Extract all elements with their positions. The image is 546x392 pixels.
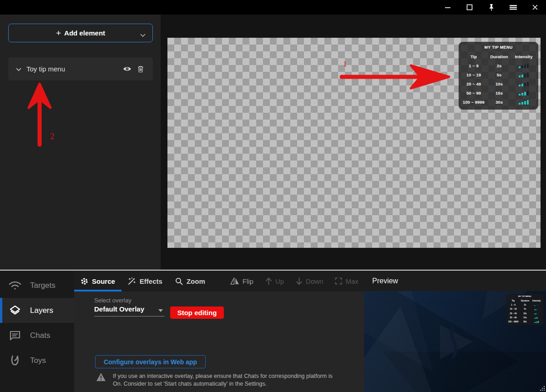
nav-label: Chats xyxy=(30,331,50,340)
trash-icon xyxy=(137,65,144,73)
duration: 30s xyxy=(487,100,511,105)
resize-grip[interactable] xyxy=(539,385,545,391)
tip-menu-header-row: Tip Duration Intensity xyxy=(506,298,543,302)
stream-logo-watermark xyxy=(439,324,475,360)
duration: 5s xyxy=(487,72,511,77)
menu-button[interactable] xyxy=(502,0,524,15)
add-element-button[interactable]: + Add element xyxy=(8,24,153,42)
layers-panel: + Add element Toy tip menu 2 xyxy=(0,15,161,270)
minimize-icon xyxy=(445,4,451,10)
action-label: Max xyxy=(345,277,358,285)
max-button[interactable]: Max xyxy=(329,277,364,285)
bottom-section: Targets Layers Chats Toys xyxy=(0,271,546,392)
intensity-bars xyxy=(511,81,536,86)
nav-item-chats[interactable]: Chats xyxy=(0,323,74,348)
transparent-canvas[interactable]: MY TIP MENU Tip Duration Intensity 1 ~ 9… xyxy=(167,38,541,248)
tab-label: Zoom xyxy=(187,277,205,285)
tip-menu-row: 1 ~ 9 2s xyxy=(459,61,538,70)
close-icon xyxy=(532,4,538,10)
tip-menu-row: 10 ~ 19 5s xyxy=(459,70,538,79)
add-element-label: Add element xyxy=(64,29,105,37)
tip-menu-row: 100 ~ 9999 30s xyxy=(459,97,538,106)
tip-menu-row: 50 ~ 99 15s xyxy=(459,88,538,97)
pin-button[interactable] xyxy=(480,0,502,15)
preview-title: Preview xyxy=(372,277,398,285)
duration: 10s xyxy=(487,81,511,86)
nav-item-targets[interactable]: Targets xyxy=(0,273,74,298)
plus-icon: + xyxy=(56,28,61,38)
tip-menu-row: 20 ~ 49 10s xyxy=(459,79,538,88)
tab-effects[interactable]: Effects xyxy=(121,271,169,291)
intensity-bars xyxy=(511,90,536,95)
action-label: Up xyxy=(275,277,284,285)
tip-menu-row: 50 ~ 99 15s xyxy=(506,315,543,319)
expand-icon xyxy=(335,277,342,285)
preview-video: MY TIP MENU Tip Duration Intensity 1 ~ 9… xyxy=(364,291,546,392)
wifi-icon xyxy=(0,280,30,291)
nav-item-toys[interactable]: Toys xyxy=(0,348,74,373)
col-tip: Tip xyxy=(460,54,487,59)
preview-header: Preview xyxy=(364,271,546,291)
layer-name: Toy tip menu xyxy=(26,65,120,73)
intensity-bars xyxy=(531,321,542,323)
app-window: + Add element Toy tip menu 2 xyxy=(0,0,546,392)
dropdown-caret-icon xyxy=(158,309,163,312)
tip-menu-title: MY TIP MENU xyxy=(459,44,538,52)
flip-icon xyxy=(230,277,239,285)
titlebar xyxy=(0,0,546,15)
warning-note: If you use an interactive overlay, pleas… xyxy=(96,372,333,388)
configure-overlays-button[interactable]: Configure overlays in Web app xyxy=(95,355,206,368)
flip-button[interactable]: Flip xyxy=(224,277,259,285)
chevron-down-icon[interactable] xyxy=(140,31,146,39)
chevron-down-icon[interactable] xyxy=(16,65,21,73)
magnifier-icon xyxy=(175,277,183,285)
layer-item-toy-tip-menu[interactable]: Toy tip menu xyxy=(8,57,153,80)
intensity-bars xyxy=(531,303,542,306)
nav-item-layers[interactable]: Layers xyxy=(0,298,74,323)
warning-icon xyxy=(96,372,106,382)
pin-icon xyxy=(488,4,495,11)
duration: 15s xyxy=(487,90,511,95)
overlay-select-value: Default Overlay xyxy=(94,305,144,313)
tip-range: 1 ~ 9 xyxy=(460,63,487,68)
maximize-button[interactable] xyxy=(459,0,480,15)
tip-menu-header-row: Tip Duration Intensity xyxy=(459,52,538,61)
bottom-nav: Targets Layers Chats Toys xyxy=(0,271,74,392)
tip-menu-overlay[interactable]: MY TIP MENU Tip Duration Intensity 1 ~ 9… xyxy=(459,42,538,110)
source-panel: Source Effects Zoom Flip Up xyxy=(74,271,364,392)
duration: 2s xyxy=(487,63,511,68)
intensity-bars xyxy=(531,312,542,315)
hamburger-icon xyxy=(509,4,517,10)
up-button[interactable]: Up xyxy=(259,277,290,285)
tab-zoom[interactable]: Zoom xyxy=(169,271,212,291)
maximize-icon xyxy=(466,4,473,10)
annotation-arrow-1 xyxy=(338,63,454,92)
minimize-button[interactable] xyxy=(437,0,459,15)
annotation-label-2: 2 xyxy=(50,132,54,141)
arrow-up-icon xyxy=(265,277,272,285)
nav-label: Layers xyxy=(30,306,53,315)
delete-layer-button[interactable] xyxy=(134,65,147,73)
stop-editing-button[interactable]: Stop editing xyxy=(170,307,224,319)
tip-menu-title: MY TIP MENU xyxy=(506,295,543,298)
overlay-select[interactable]: Default Overlay xyxy=(94,305,165,317)
tab-source[interactable]: Source xyxy=(74,271,121,291)
down-button[interactable]: Down xyxy=(290,277,329,285)
tip-range: 100 ~ 9999 xyxy=(460,100,487,105)
tab-label: Source xyxy=(92,277,115,285)
toy-icon xyxy=(0,355,30,367)
canvas-area: MY TIP MENU Tip Duration Intensity 1 ~ 9… xyxy=(161,15,546,270)
col-intensity: Intensity xyxy=(511,54,536,59)
magic-wand-icon xyxy=(128,277,136,285)
close-button[interactable] xyxy=(524,0,546,15)
tip-menu-row: 20 ~ 49 10s xyxy=(506,311,543,315)
tip-range: 50 ~ 99 xyxy=(460,90,487,95)
tip-range: 10 ~ 19 xyxy=(460,72,487,77)
warning-line-2: On. Consider to set 'Start chats automat… xyxy=(113,380,333,388)
warning-line-1: If you use an interactive overlay, pleas… xyxy=(113,372,333,380)
tip-range: 20 ~ 49 xyxy=(460,81,487,86)
element-toolbar: Source Effects Zoom Flip Up xyxy=(74,271,364,291)
tab-label: Effects xyxy=(140,277,162,285)
intensity-bars xyxy=(531,316,542,319)
visibility-toggle[interactable] xyxy=(120,66,134,72)
